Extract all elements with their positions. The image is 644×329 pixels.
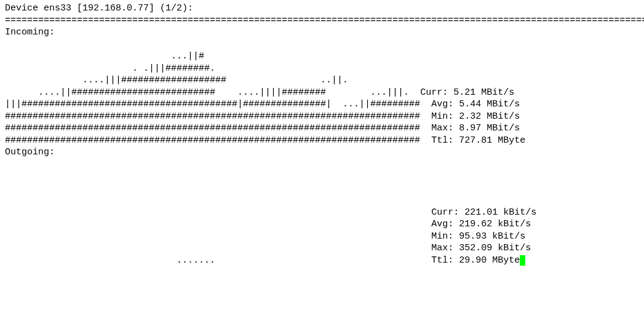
incoming-graph-row: ....||########################## ....|||… — [5, 87, 514, 98]
incoming-label: Incoming: — [5, 27, 55, 38]
blank-line — [5, 39, 10, 50]
incoming-graph-row: . .|||########. — [5, 63, 215, 74]
incoming-graph-row: ########################################… — [5, 111, 520, 122]
outgoing-graph-row: Min: 95.93 kBit/s — [5, 231, 525, 242]
outgoing-curr: Curr: 221.01 kBit/s — [431, 207, 536, 218]
outgoing-ttl: Ttl: 29.90 MByte — [431, 255, 520, 266]
blank-line — [5, 159, 10, 170]
outgoing-min: Min: 95.93 kBit/s — [431, 231, 525, 242]
incoming-graph-row: ########################################… — [5, 123, 520, 133]
incoming-graph-row: ...||# — [5, 51, 204, 61]
outgoing-graph-row — [5, 183, 415, 194]
incoming-avg: Avg: 5.44 MBit/s — [431, 99, 520, 109]
outgoing-graph-row — [5, 171, 415, 181]
outgoing-graph-row: Avg: 219.62 kBit/s — [5, 219, 531, 229]
outgoing-max: Max: 352.09 kBit/s — [431, 243, 531, 253]
device-header: Device ens33 [192.168.0.77] (1/2): — [5, 3, 193, 14]
outgoing-graph-row: Curr: 221.01 kBit/s — [5, 207, 536, 218]
outgoing-graph-row — [5, 195, 415, 205]
incoming-min: Min: 2.32 MBit/s — [431, 111, 520, 122]
terminal-cursor — [520, 255, 525, 266]
divider-line: ========================================… — [5, 15, 644, 26]
incoming-graph-row: ########################################… — [5, 135, 525, 146]
outgoing-graph-row: Max: 352.09 kBit/s — [5, 243, 531, 253]
incoming-ttl: Ttl: 727.81 MByte — [431, 135, 525, 146]
incoming-graph-row: ....|||################### ..||. — [5, 75, 348, 85]
outgoing-graph-row: ....... Ttl: 29.90 MByte — [5, 255, 525, 266]
outgoing-label: Outgoing: — [5, 147, 55, 157]
incoming-max: Max: 8.97 MBit/s — [431, 123, 520, 133]
outgoing-avg: Avg: 219.62 kBit/s — [431, 219, 531, 229]
incoming-graph-row: |||#####################################… — [5, 99, 520, 109]
incoming-curr: Curr: 5.21 MBit/s — [420, 87, 514, 98]
